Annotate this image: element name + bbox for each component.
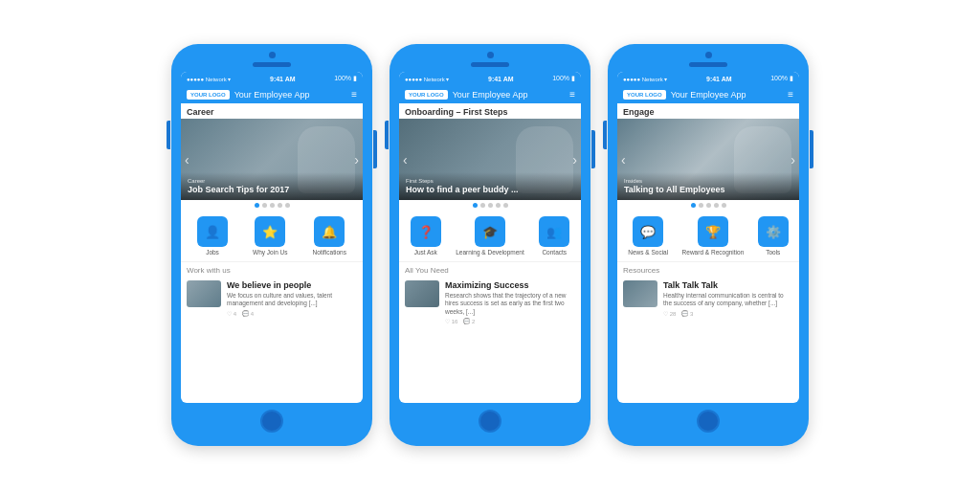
- action-icon: 🔔: [314, 216, 345, 247]
- content-card[interactable]: We believe in peopleWe focus on culture …: [187, 278, 357, 320]
- card-comments[interactable]: 💬 4: [242, 310, 254, 317]
- dot-1[interactable]: [480, 203, 485, 208]
- quick-action-2[interactable]: 👥 Contacts: [539, 216, 569, 256]
- hamburger-icon[interactable]: ≡: [351, 89, 357, 100]
- quick-action-2[interactable]: 🔔 Notifications: [313, 216, 346, 256]
- app-header: YOUR LOGO Your Employee App ≡: [399, 85, 581, 103]
- dot-3[interactable]: [278, 203, 282, 208]
- hamburger-icon[interactable]: ≡: [788, 89, 793, 100]
- hero-nav-right[interactable]: ›: [354, 152, 359, 167]
- phone-speaker: [689, 62, 727, 67]
- dot-2[interactable]: [270, 203, 275, 208]
- dot-3[interactable]: [714, 203, 719, 208]
- hero-nav-right[interactable]: ›: [572, 152, 577, 167]
- action-label: Learning & Development: [456, 249, 524, 256]
- content-card-text-area: We believe in peopleWe focus on culture …: [227, 280, 357, 317]
- dot-3[interactable]: [496, 203, 501, 208]
- hamburger-icon[interactable]: ≡: [569, 89, 575, 100]
- quick-action-1[interactable]: ⭐ Why Join Us: [253, 216, 287, 256]
- action-icon: 🏆: [698, 216, 728, 247]
- screen-engage: ●●●●● Network ▾ 9:41 AM 100% ▮ YOUR LOGO…: [617, 72, 799, 403]
- dot-4[interactable]: [503, 203, 508, 208]
- phone-home-button[interactable]: [697, 410, 720, 433]
- dot-1[interactable]: [262, 203, 267, 208]
- quick-action-1[interactable]: 🎓 Learning & Development: [456, 216, 524, 256]
- app-header: YOUR LOGO Your Employee App ≡: [617, 85, 799, 103]
- content-section-title: All You Need: [405, 266, 575, 275]
- app-title: Your Employee App: [671, 90, 783, 100]
- phone-career: ●●●●● Network ▾ 9:41 AM 100% ▮ YOUR LOGO…: [171, 44, 372, 446]
- card-meta: ♡ 16 💬 2: [445, 318, 575, 324]
- phone-onboarding: ●●●●● Network ▾ 9:41 AM 100% ▮ YOUR LOGO…: [390, 44, 590, 446]
- card-likes[interactable]: ♡ 28: [663, 310, 676, 317]
- quick-action-2[interactable]: ⚙️ Tools: [758, 216, 789, 256]
- dot-1[interactable]: [699, 203, 703, 208]
- dot-4[interactable]: [285, 203, 290, 208]
- status-battery: 100% ▮: [552, 75, 575, 82]
- quick-actions: 💬 News & Social 🏆 Reward & Recognition ⚙…: [617, 211, 799, 262]
- action-icon: 👤: [197, 216, 228, 247]
- content-card-image: [405, 280, 439, 307]
- dot-4[interactable]: [722, 203, 726, 208]
- content-card-body: Research shows that the trajectory of a …: [445, 292, 575, 316]
- action-label: Reward & Recognition: [682, 249, 745, 256]
- dot-0[interactable]: [473, 203, 478, 208]
- action-label: Contacts: [542, 249, 567, 256]
- content-card[interactable]: Talk Talk TalkHealthy internal communica…: [623, 278, 793, 320]
- status-time: 9:41 AM: [488, 76, 514, 82]
- hero-nav-right[interactable]: ›: [791, 152, 795, 167]
- card-comments[interactable]: 💬 3: [681, 310, 693, 317]
- hero-nav-left[interactable]: ‹: [185, 152, 189, 167]
- quick-actions: ❓ Just Ask 🎓 Learning & Development 👥 Co…: [399, 211, 581, 262]
- card-comments[interactable]: 💬 2: [463, 318, 475, 324]
- hero-category: Career: [188, 178, 356, 184]
- action-label: Just Ask: [414, 249, 437, 256]
- card-likes[interactable]: ♡ 16: [445, 318, 457, 324]
- action-icon: 🎓: [475, 216, 505, 247]
- hero-nav-left[interactable]: ‹: [403, 152, 408, 167]
- screen-career: ●●●●● Network ▾ 9:41 AM 100% ▮ YOUR LOGO…: [181, 72, 363, 403]
- phone-home-button[interactable]: [479, 410, 501, 433]
- hero-nav-left[interactable]: ‹: [621, 152, 626, 167]
- phone-speaker: [253, 62, 291, 67]
- quick-action-0[interactable]: 💬 News & Social: [628, 216, 668, 256]
- section-header: Engage: [617, 103, 799, 119]
- phone-camera: [487, 52, 494, 58]
- quick-action-0[interactable]: 👤 Jobs: [197, 216, 228, 256]
- content-card-body: Healthy internal communication is centra…: [663, 292, 793, 308]
- section-header: Onboarding – First Steps: [399, 103, 581, 119]
- phone-speaker: [471, 62, 509, 67]
- status-signal: ●●●●● Network ▾: [187, 76, 231, 82]
- dot-2[interactable]: [488, 203, 493, 208]
- status-signal: ●●●●● Network ▾: [623, 76, 667, 82]
- content-card-image: [623, 280, 657, 307]
- quick-action-0[interactable]: ❓ Just Ask: [411, 216, 441, 256]
- logo-badge: YOUR LOGO: [623, 90, 666, 100]
- phone-camera: [705, 52, 712, 58]
- card-likes[interactable]: ♡ 4: [227, 310, 236, 317]
- screen-content: Engage‹› Insides Talking to All Employee…: [617, 103, 799, 403]
- hero-title: How to find a peer buddy ...: [406, 185, 574, 195]
- phone-wrapper-career: ●●●●● Network ▾ 9:41 AM 100% ▮ YOUR LOGO…: [171, 44, 372, 446]
- screen-content: Career‹› Career Job Search Tips for 2017…: [181, 103, 363, 403]
- action-icon: ⚙️: [758, 216, 789, 247]
- quick-action-1[interactable]: 🏆 Reward & Recognition: [682, 216, 745, 256]
- status-signal: ●●●●● Network ▾: [405, 76, 449, 82]
- phone-home-button[interactable]: [260, 410, 283, 433]
- content-section: Work with usWe believe in peopleWe focus…: [181, 262, 363, 322]
- content-card-title: Maximizing Success: [445, 280, 575, 290]
- phone-wrapper-onboarding: ●●●●● Network ▾ 9:41 AM 100% ▮ YOUR LOGO…: [390, 44, 590, 446]
- hero-overlay: Insides Talking to All Employees: [617, 172, 799, 200]
- content-card-image: [187, 280, 221, 307]
- action-icon: ❓: [411, 216, 441, 247]
- app-header: YOUR LOGO Your Employee App ≡: [181, 85, 363, 103]
- status-bar: ●●●●● Network ▾ 9:41 AM 100% ▮: [617, 72, 799, 85]
- dot-0[interactable]: [691, 203, 696, 208]
- dot-2[interactable]: [706, 203, 711, 208]
- content-card[interactable]: Maximizing SuccessResearch shows that th…: [405, 278, 575, 327]
- dot-0[interactable]: [255, 203, 259, 208]
- action-icon: 💬: [633, 216, 663, 247]
- status-bar: ●●●●● Network ▾ 9:41 AM 100% ▮: [181, 72, 363, 85]
- status-time: 9:41 AM: [270, 76, 296, 82]
- phone-engage: ●●●●● Network ▾ 9:41 AM 100% ▮ YOUR LOGO…: [608, 44, 809, 446]
